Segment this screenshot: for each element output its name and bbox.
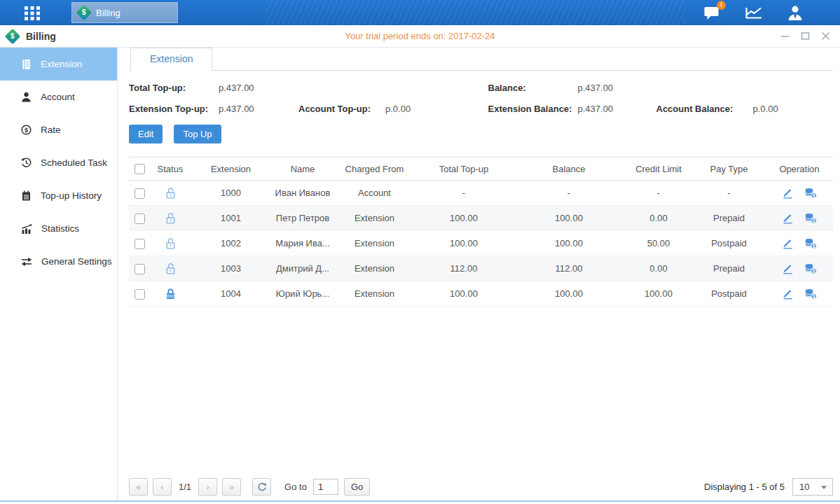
balance-summary: Total Top-up: p.437.00 Extension Top-up:… [129, 83, 833, 114]
next-page-button[interactable]: › [198, 478, 217, 496]
cell-balance: 100.00 [513, 231, 625, 256]
messages-button[interactable]: ! [703, 5, 721, 21]
prev-page-icon: ‹ [160, 482, 163, 492]
cell-charged-from: Extension [334, 256, 415, 281]
column-header-total-topup: Total Top-up [415, 158, 513, 181]
column-header-pay-type: Pay Type [692, 158, 766, 181]
unlocked-icon [165, 212, 177, 225]
billing-window-icon: $ [5, 28, 21, 44]
page-size-value: 10 [799, 482, 809, 492]
tab-bar: Extension [129, 48, 833, 71]
tab-extension[interactable]: Extension [130, 48, 212, 71]
cell-balance: 112.00 [513, 256, 625, 281]
app-launcher-button[interactable] [24, 4, 41, 21]
sidebar-item-general-settings[interactable]: General Settings [0, 245, 117, 278]
unlocked-icon [165, 187, 177, 200]
minimize-button[interactable] [780, 31, 790, 41]
account-topup-value: p.0.00 [385, 104, 481, 114]
row-checkbox[interactable] [135, 239, 145, 249]
svg-text:$: $ [813, 243, 815, 248]
cell-balance: - [513, 181, 625, 206]
cell-pay-type: - [692, 181, 766, 206]
cell-credit-limit: 0.00 [625, 256, 692, 281]
sidebar-item-topup-history[interactable]: Top-up History [0, 179, 117, 212]
sidebar-item-label: Scheduled Task [41, 158, 107, 168]
select-all-checkbox[interactable] [135, 164, 145, 174]
sidebar-item-account[interactable]: Account [0, 80, 117, 113]
notification-badge: ! [717, 1, 726, 10]
edit-icon[interactable] [782, 188, 794, 199]
taskbar-billing-tab-label: Billing [96, 8, 121, 18]
reports-button[interactable] [745, 6, 763, 20]
minimize-icon [780, 31, 790, 41]
cell-extension: 1004 [191, 281, 271, 307]
main-content: Extension Total Top-up: p.437.00 Extensi… [118, 48, 840, 500]
account-menu-button[interactable] [787, 5, 804, 21]
edit-icon[interactable] [782, 288, 794, 300]
cell-extension: 1001 [191, 206, 271, 231]
edit-icon[interactable] [782, 238, 794, 249]
sidebar-item-label: Account [41, 92, 75, 102]
last-page-button[interactable]: » [222, 478, 241, 496]
balance-label: Balance: [488, 83, 578, 93]
row-checkbox[interactable] [135, 214, 145, 224]
dollar-circle-icon: $ [21, 125, 32, 135]
cell-credit-limit: 50.00 [625, 231, 692, 256]
window-title: Billing [26, 31, 56, 42]
page-size-select[interactable]: 10 [792, 478, 833, 496]
pagination-bar: « ‹ 1/1 › » Go to Go Displaying 1 - 5 of… [129, 478, 833, 496]
column-header-credit-limit: Credit Limit [625, 158, 692, 181]
cell-total-topup: 112.00 [415, 256, 513, 281]
sidebar-item-extension[interactable]: Extension [0, 48, 117, 80]
cell-pay-type: Postpaid [692, 281, 766, 307]
sliders-icon [21, 257, 32, 267]
goto-page-input[interactable] [313, 479, 338, 495]
edit-icon[interactable] [782, 213, 794, 224]
top-up-icon[interactable]: $ [804, 288, 817, 300]
edit-icon[interactable] [782, 263, 794, 274]
column-header-operation: Operation [766, 158, 833, 181]
first-page-button[interactable]: « [129, 478, 148, 496]
top-up-icon[interactable]: $ [804, 263, 817, 274]
row-checkbox[interactable] [135, 289, 145, 300]
top-up-button[interactable]: Top Up [174, 125, 221, 144]
sidebar-item-statistics[interactable]: Statistics [0, 212, 117, 245]
next-page-icon: › [206, 482, 209, 492]
prev-page-button[interactable]: ‹ [153, 478, 172, 496]
cell-name: Иван Иванов [271, 181, 334, 206]
maximize-button[interactable] [801, 31, 810, 41]
svg-text:$: $ [813, 218, 815, 223]
account-balance-label: Account Balance: [656, 104, 753, 114]
taskbar-billing-tab[interactable]: $ Billing [71, 2, 178, 23]
goto-label: Go to [284, 482, 307, 492]
top-up-icon[interactable]: $ [804, 213, 817, 224]
top-up-icon[interactable]: $ [804, 238, 817, 249]
window-titlebar: $ Billing Your trial period ends on: 201… [0, 25, 840, 48]
trial-notice: Your trial period ends on: 2017-02-24 [0, 31, 840, 41]
sidebar-item-label: General Settings [41, 256, 112, 267]
row-checkbox[interactable] [135, 188, 145, 199]
maximize-icon [801, 31, 810, 41]
cell-total-topup: 100.00 [415, 206, 513, 231]
refresh-button[interactable] [252, 478, 271, 496]
unlocked-icon [165, 262, 177, 275]
cell-extension: 1003 [191, 256, 271, 281]
top-up-icon[interactable]: $ [804, 188, 817, 199]
cell-balance: 100.00 [513, 206, 625, 231]
line-chart-icon [745, 6, 763, 20]
cell-extension: 1000 [191, 181, 271, 206]
sidebar-item-rate[interactable]: $ Rate [0, 113, 117, 146]
cell-credit-limit: 0.00 [625, 206, 692, 231]
sidebar-item-scheduled-task[interactable]: Scheduled Task [0, 146, 117, 179]
row-checkbox[interactable] [135, 264, 145, 274]
edit-button[interactable]: Edit [129, 125, 163, 144]
first-page-icon: « [136, 482, 141, 492]
notepad-icon [21, 190, 32, 201]
column-header-balance: Balance [513, 158, 625, 181]
cell-pay-type: Prepaid [692, 256, 766, 281]
close-button[interactable] [821, 31, 830, 41]
go-button[interactable]: Go [344, 478, 370, 496]
account-topup-label: Account Top-up: [298, 104, 385, 114]
extensions-table: Status Extension Name Charged From Total… [129, 157, 833, 307]
cell-charged-from: Extension [334, 231, 415, 256]
